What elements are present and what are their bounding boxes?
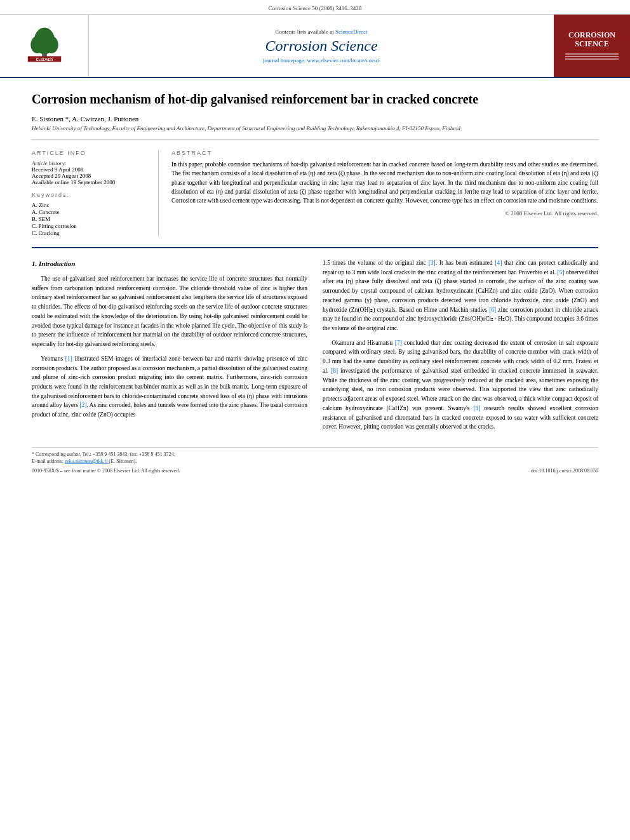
ref-6-link[interactable]: [6] [489,307,496,313]
contents-line: Contents lists available at ScienceDirec… [276,29,368,35]
issn-line: 0010-938X/$ – see front matter © 2008 El… [32,468,180,474]
body-columns: 1. Introduction The use of galvanised st… [32,258,598,437]
footnote-star: * Corresponding author. Tel.: +358 9 451… [32,451,598,457]
article-meta-row: ARTICLE INFO Article history: Received 9… [32,150,598,237]
keyword-2: A. Concrete [32,209,148,215]
ref-1-link[interactable]: [1] [65,356,72,362]
ref-3-link[interactable]: [3] [429,260,436,266]
journal-ref-line: Corrosion Science 50 (2008) 3416–3428 [0,0,630,15]
keywords-list: A. Zinc A. Concrete B. SEM C. Pitting co… [32,202,148,236]
copyright-line: © 2008 Elsevier Ltd. All rights reserved… [171,210,598,217]
body-para-1: The use of galvanised steel reinforcemen… [32,274,307,349]
cs-box-title-text: CORROSIONSCIENCE [568,30,615,49]
abstract-title: ABSTRACT [171,150,598,156]
ref-7-link[interactable]: [7] [395,340,402,346]
article-info-section-title: ARTICLE INFO [32,150,148,156]
journal-center-header: Contents lists available at ScienceDirec… [89,15,554,77]
cs-box-lines [565,52,618,61]
abstract-col: ABSTRACT In this paper, probable corrosi… [171,150,598,237]
section1-heading: 1. Introduction [32,258,307,269]
authors-line: E. Sistonen *, A. Cwirzen, J. Puttonen [32,115,598,123]
body-para-2: Yeomans [1] illustrated SEM images of in… [32,354,307,420]
body-col-left: 1. Introduction The use of galvanised st… [32,258,307,437]
journal-homepage: journal homepage: www.elsevier.com/locat… [263,57,380,63]
sciencedirect-link[interactable]: ScienceDirect [335,29,367,35]
elsevier-banner: ELSEVIER Contents lists available at Sci… [0,15,630,78]
received-date: Received 9 April 2008 [32,166,148,173]
footer-bottom: 0010-938X/$ – see front matter © 2008 El… [32,468,598,474]
elsevier-logo-box: ELSEVIER [0,15,89,77]
elsevier-tree-icon: ELSEVIER [25,27,64,65]
doi-line: doi:10.1016/j.corsci.2008.08.050 [531,468,598,474]
keyword-5: C. Cracking [32,230,148,236]
article-footer: * Corresponding author. Tel.: +358 9 451… [32,447,598,474]
body-col-right: 1.5 times the volume of the original zin… [323,258,598,437]
keyword-1: A. Zinc [32,202,148,208]
thick-separator [32,247,598,248]
abstract-text: In this paper, probable corrosion mechan… [171,160,598,205]
body-para-4: Okamura and Hisamatsu [7] concluded that… [323,338,598,432]
ref-4-link[interactable]: [4] [495,260,502,266]
footnote-email-link[interactable]: esko.sistonen@tkk.fi [65,458,109,464]
keyword-3: B. SEM [32,216,148,222]
cs-brand-box: CORROSIONSCIENCE [554,15,630,77]
ref-9-link[interactable]: [9] [473,405,480,411]
article-history: Article history: Received 9 April 2008 A… [32,160,148,185]
body-para-3: 1.5 times the volume of the original zin… [323,258,598,333]
article-history-title: Article history: [32,160,148,166]
svg-text:ELSEVIER: ELSEVIER [36,58,53,62]
keyword-4: C. Pitting corrosion [32,223,148,229]
article-title: Corrosion mechanism of hot-dip galvanise… [32,91,598,107]
article-info-col: ARTICLE INFO Article history: Received 9… [32,150,159,237]
footnote-email: E-mail address: esko.sistonen@tkk.fi (E.… [32,458,598,464]
journal-title-main: Corrosion Science [265,37,377,55]
affiliation-line: Helsinki University of Technology, Facul… [32,125,598,140]
accepted-date: Accepted 29 August 2008 [32,173,148,179]
ref-5-link[interactable]: [5] [557,269,564,276]
ref-8-link[interactable]: [8] [331,368,338,374]
svg-point-3 [44,36,58,53]
keywords-section-title: Keywords: [32,192,148,198]
ref-2-link[interactable]: [2] [79,402,86,408]
svg-point-2 [30,36,44,53]
available-date: Available online 19 September 2008 [32,179,148,185]
